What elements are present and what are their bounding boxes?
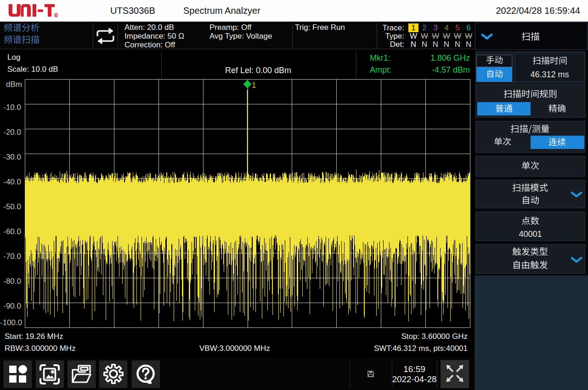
svg-text:1: 1 [252, 81, 256, 90]
